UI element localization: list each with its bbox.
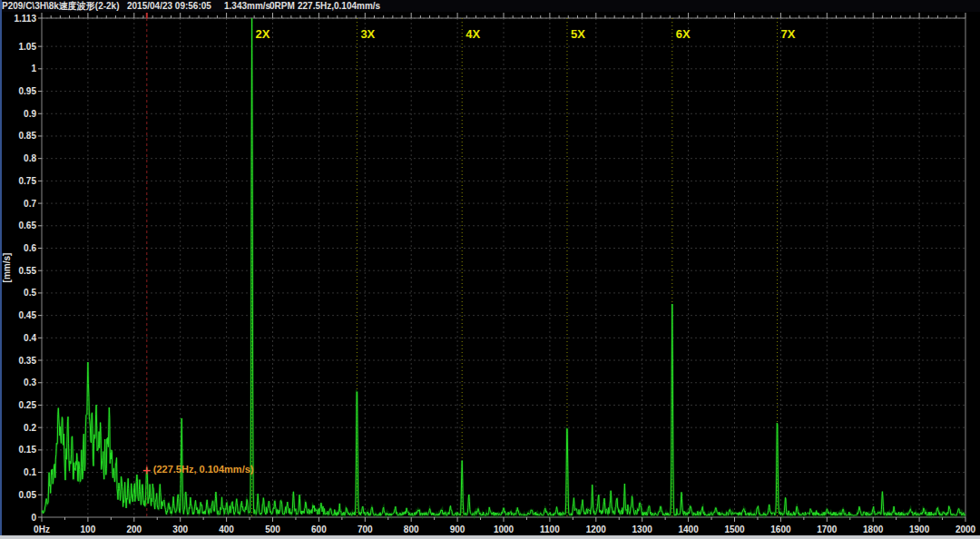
y-tick-label: 0.8 — [24, 153, 36, 163]
x-tick-label: 2000 — [956, 524, 976, 534]
x-tick-label: 1800 — [863, 524, 884, 534]
y-tick-label: 0.1 — [24, 467, 36, 477]
x-tick-label: 1200 — [586, 524, 607, 534]
harmonic-label: 6X — [676, 27, 691, 41]
y-tick-label: 0.45 — [19, 310, 37, 320]
y-tick-label: 0.95 — [19, 86, 37, 96]
x-tick-label: 1000 — [494, 524, 514, 534]
harmonic-label: 4X — [466, 27, 480, 41]
harmonic-label: 7X — [781, 27, 796, 41]
x-tick-label: 1700 — [817, 524, 838, 534]
y-tick-label: 0.2 — [24, 423, 36, 433]
y-tick-label: 0.55 — [19, 266, 37, 276]
rpm-value: 0RPM — [270, 0, 295, 12]
harmonic-label: 2X — [256, 27, 270, 41]
x-tick-label: 1300 — [632, 524, 653, 534]
y-tick-label: 0.9 — [24, 109, 36, 119]
measurement-point-label: P209/C\3H\8k速度波形(2-2k) — [2, 0, 120, 12]
y-tick-label: 0.7 — [24, 199, 36, 209]
x-tick-label: 800 — [404, 524, 419, 534]
spectrum-plot[interactable]: 1.1131.0510.950.90.850.80.750.70.650.60.… — [0, 0, 980, 539]
y-tick-label: 0.3 — [24, 377, 36, 387]
cursor-annotation: (227.5Hz, 0.104mm/s) — [153, 464, 254, 475]
harmonic-label: 3X — [360, 27, 375, 41]
x-tick-label: 1100 — [540, 524, 560, 534]
x-tick-label: 700 — [358, 524, 373, 534]
x-tick-label: 1900 — [909, 524, 930, 534]
y-tick-label: 0.4 — [24, 333, 36, 343]
y-tick-label: 0.65 — [19, 220, 37, 230]
y-tick-label: 0.6 — [24, 243, 36, 253]
x-tick-label: 0Hz — [34, 524, 50, 534]
x-axis-labels: 0Hz1002003004005006007008009001000110012… — [34, 524, 975, 534]
y-tick-label: 0.05 — [19, 490, 37, 500]
x-tick-label: 200 — [126, 524, 142, 534]
x-tick-label: 1400 — [678, 524, 699, 534]
x-tick-label: 300 — [172, 524, 188, 534]
overall-value: 1.343mm/s — [224, 0, 270, 12]
timestamp: 2015/04/23 09:56:05 — [127, 0, 211, 12]
window-bottom-edge — [0, 535, 980, 539]
y-tick-label: 0.35 — [19, 356, 37, 366]
window-left-border — [0, 0, 2, 535]
y-tick-label: 0.85 — [19, 131, 37, 141]
x-tick-label: 600 — [311, 524, 327, 534]
x-tick-label: 1500 — [724, 524, 745, 534]
harmonic-label: 5X — [571, 27, 585, 41]
y-tick-label: 0.5 — [24, 288, 36, 298]
x-tick-label: 1600 — [770, 524, 791, 534]
x-tick-label: 100 — [81, 524, 96, 534]
x-tick-label: 400 — [219, 524, 234, 534]
y-tick-label: 0.25 — [19, 400, 37, 410]
y-tick-label: 1 — [31, 64, 36, 74]
x-tick-label: 500 — [265, 524, 280, 534]
y-tick-label: 1.05 — [19, 42, 37, 52]
status-bar: P209/C\3H\8k速度波形(2-2k) 2015/04/23 09:56:… — [0, 0, 980, 12]
x-tick-label: 900 — [450, 524, 466, 534]
y-tick-label: 1.113 — [15, 14, 37, 24]
y-tick-label: 0 — [31, 513, 36, 523]
cursor-readout: 227.5Hz,0.104mm/s — [298, 0, 380, 12]
y-axis-title: [mm/s] — [2, 253, 12, 283]
y-tick-label: 0.15 — [19, 445, 37, 455]
y-tick-label: 0.75 — [19, 176, 37, 186]
